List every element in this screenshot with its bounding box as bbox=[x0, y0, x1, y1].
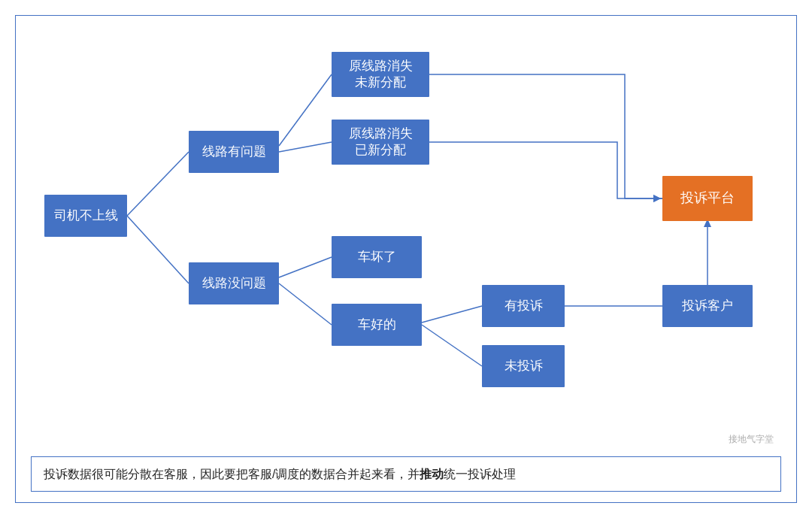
has-complaint-box: 有投诉 bbox=[482, 285, 565, 327]
svg-marker-11 bbox=[653, 195, 661, 202]
complaint-customer-box: 投诉客户 bbox=[662, 285, 753, 327]
note-text-before: 投诉数据很可能分散在客服，因此要把客服/调度的数据合并起来看，并 bbox=[44, 468, 420, 480]
driver-offline-box: 司机不上线 bbox=[44, 195, 127, 237]
route-gone-assigned-box: 原线路消失 已新分配 bbox=[332, 120, 429, 165]
svg-line-4 bbox=[279, 257, 332, 277]
note-text-after: 统一投诉处理 bbox=[444, 468, 516, 480]
svg-line-3 bbox=[279, 142, 332, 152]
bottom-note: 投诉数据很可能分散在客服，因此要把客服/调度的数据合并起来看，并推动统一投诉处理 bbox=[31, 456, 781, 492]
watermark: 接地气字堂 bbox=[729, 433, 774, 446]
svg-line-7 bbox=[422, 325, 482, 366]
route-problem-box: 线路有问题 bbox=[189, 131, 279, 173]
diagram-area: 司机不上线 线路有问题 线路没问题 原线路消失 未新分配 原线路消失 已新分配 … bbox=[31, 29, 781, 450]
complaint-platform-box: 投诉平台 bbox=[662, 176, 753, 221]
svg-line-1 bbox=[127, 216, 189, 283]
note-bold-text: 推动 bbox=[420, 468, 444, 480]
no-complaint-box: 未投诉 bbox=[482, 345, 565, 387]
route-gone-new-box: 原线路消失 未新分配 bbox=[332, 52, 429, 97]
svg-line-6 bbox=[422, 306, 482, 323]
svg-marker-12 bbox=[653, 195, 661, 202]
car-good-box: 车好的 bbox=[332, 304, 422, 346]
svg-line-0 bbox=[127, 152, 189, 216]
main-container: 司机不上线 线路有问题 线路没问题 原线路消失 未新分配 原线路消失 已新分配 … bbox=[15, 15, 797, 504]
car-broken-box: 车坏了 bbox=[332, 236, 422, 278]
route-ok-box: 线路没问题 bbox=[189, 262, 279, 304]
svg-line-2 bbox=[279, 74, 332, 146]
svg-line-5 bbox=[279, 283, 332, 325]
